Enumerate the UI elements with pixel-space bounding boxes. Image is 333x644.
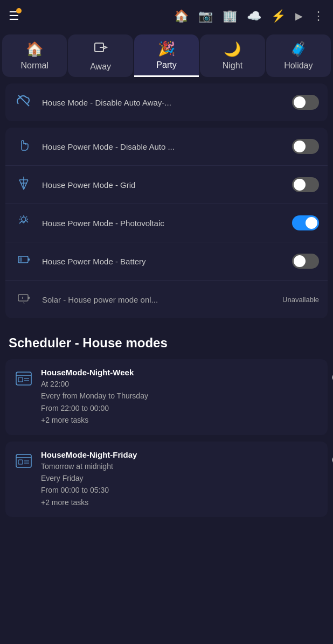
top-navigation: ☰ 🏠 📷 🏢 ☁️ ⚡ ▶ ⋮ <box>0 0 333 32</box>
power-grid-label: House Power Mode - Grid <box>42 180 283 190</box>
solar-unavailable-label: Solar - House power mode onl... <box>42 295 274 304</box>
disable-auto-away-item: House Mode - Disable Auto Away-... <box>5 83 328 121</box>
nav-left: ☰ <box>9 9 19 23</box>
disable-auto-away-label: House Mode - Disable Auto Away-... <box>42 98 283 107</box>
power-disable-auto-toggle[interactable] <box>292 139 319 154</box>
hand-icon <box>14 137 33 156</box>
schedule-detail-2: Tomorrow at midnight Every Friday From 0… <box>41 460 311 509</box>
schedule-icon-2 <box>14 452 33 473</box>
schedule-card-night-friday: HouseMode-Night-Friday Tomorrow at midni… <box>5 442 328 517</box>
cloud-nav-icon[interactable]: ☁️ <box>247 9 261 23</box>
svg-rect-28 <box>18 460 23 464</box>
home-nav-icon[interactable]: 🏠 <box>174 9 189 23</box>
power-disable-auto-item: House Power Mode - Disable Auto ... <box>5 128 328 166</box>
grid-tower-icon <box>14 176 33 194</box>
schedule-detail-1: At 22:00 Every from Monday to Thursday F… <box>41 378 311 426</box>
svg-rect-15 <box>28 258 30 261</box>
party-tab-label: Party <box>156 60 176 70</box>
battery-low-icon <box>14 290 33 309</box>
schedule-card-night-week: HouseMode-Night-Week At 22:00 Every from… <box>5 359 328 435</box>
power-disable-auto-label: House Power Mode - Disable Auto ... <box>42 142 283 151</box>
power-photovoltaic-item: House Power Mode - Photovoltaic <box>5 204 328 242</box>
svg-rect-16 <box>19 257 22 262</box>
tab-away[interactable]: Away <box>68 34 133 77</box>
schedule-name-1: HouseMode-Night-Week <box>41 368 311 377</box>
mode-tabs: 🏠 Normal Away 🎉 Party 🌙 Night 🧳 Holiday <box>0 32 333 77</box>
power-photovoltaic-label: House Power Mode - Photovoltaic <box>42 219 283 228</box>
power-battery-toggle[interactable] <box>292 254 319 269</box>
house-power-mode-section: House Power Mode - Disable Auto ... Hous… <box>5 128 328 318</box>
hamburger-menu[interactable]: ☰ <box>9 9 19 23</box>
away-tab-icon <box>93 40 108 59</box>
camera-nav-icon[interactable]: 📷 <box>198 9 213 23</box>
tab-holiday[interactable]: 🧳 Holiday <box>266 34 331 77</box>
tab-normal[interactable]: 🏠 Normal <box>2 34 67 77</box>
night-tab-label: Night <box>223 61 242 71</box>
disable-auto-away-toggle[interactable] <box>292 95 319 110</box>
house-mode-section: House Mode - Disable Auto Away-... <box>5 83 328 121</box>
scheduler-title: Scheduler - House modes <box>5 335 328 351</box>
power-nav-icon[interactable]: ⚡ <box>271 9 286 23</box>
power-grid-item: House Power Mode - Grid <box>5 166 328 204</box>
party-tab-icon: 🎉 <box>158 40 175 57</box>
schedule-name-2: HouseMode-Night-Friday <box>41 450 311 459</box>
building-nav-icon[interactable]: 🏢 <box>223 9 237 23</box>
scheduler-section: Scheduler - House modes HouseMode-Night-… <box>0 325 333 529</box>
schedule-info-2: HouseMode-Night-Friday Tomorrow at midni… <box>41 450 311 509</box>
svg-line-13 <box>20 216 21 218</box>
tab-night[interactable]: 🌙 Night <box>200 34 265 77</box>
normal-tab-icon: 🏠 <box>26 41 43 58</box>
night-tab-icon: 🌙 <box>224 41 241 58</box>
tab-party[interactable]: 🎉 Party <box>134 34 199 77</box>
holiday-tab-icon: 🧳 <box>290 41 307 58</box>
nav-icons: 🏠 📷 🏢 ☁️ ⚡ ▶ ⋮ <box>174 9 324 23</box>
power-battery-label: House Power Mode - Battery <box>42 257 283 266</box>
no-cloud-icon <box>14 93 33 111</box>
svg-line-7 <box>24 180 28 190</box>
svg-line-10 <box>26 216 27 218</box>
schedule-info-1: HouseMode-Night-Week At 22:00 Every from… <box>41 368 311 426</box>
holiday-tab-label: Holiday <box>284 61 313 71</box>
power-battery-item: House Power Mode - Battery <box>5 242 328 281</box>
away-tab-label: Away <box>90 62 111 72</box>
svg-rect-18 <box>28 297 30 299</box>
power-photovoltaic-toggle[interactable] <box>292 215 319 230</box>
more-nav-icon[interactable]: ⋮ <box>313 9 324 23</box>
play-nav-icon[interactable]: ▶ <box>295 10 303 22</box>
normal-tab-label: Normal <box>20 61 48 71</box>
svg-line-2 <box>18 95 29 106</box>
unavailable-badge: Unavailable <box>282 296 319 304</box>
notification-dot <box>16 8 22 13</box>
svg-rect-17 <box>18 295 28 301</box>
solar-unavailable-item: Solar - House power mode onl... Unavaila… <box>5 281 328 318</box>
svg-line-6 <box>19 180 24 190</box>
schedule-icon-1 <box>14 370 33 391</box>
power-grid-toggle[interactable] <box>292 177 319 192</box>
svg-line-20 <box>24 302 24 304</box>
solar-icon <box>14 214 33 232</box>
svg-rect-23 <box>18 377 23 382</box>
battery-icon <box>14 252 33 270</box>
